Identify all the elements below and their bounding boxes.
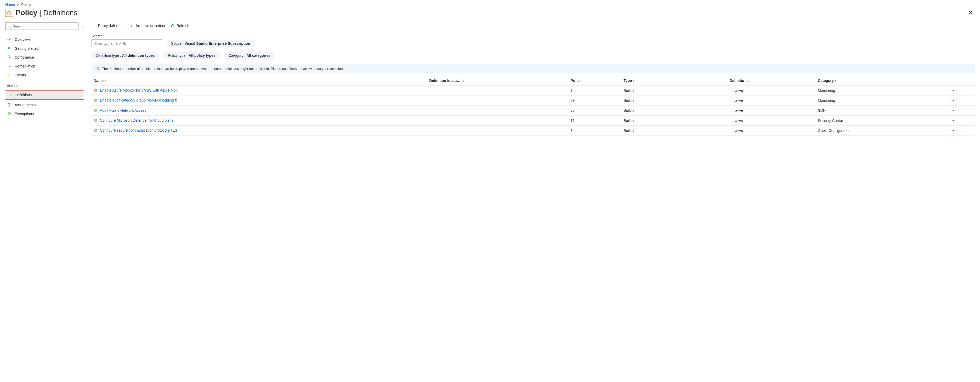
filter-policy-type[interactable]: Policy type : All policy types bbox=[164, 51, 220, 59]
sort-icon: ↑↓ bbox=[579, 79, 583, 83]
col-type[interactable]: Type↑↓ bbox=[621, 76, 727, 86]
policies-count: 35 bbox=[569, 105, 622, 115]
row-more-button[interactable]: ··· bbox=[950, 99, 955, 103]
breadcrumb: Home > Policy bbox=[5, 3, 975, 7]
svg-point-5 bbox=[9, 57, 10, 58]
filter-definition-type[interactable]: Definition type : All definition types bbox=[92, 51, 159, 59]
highlighted-definitions: Definitions bbox=[5, 90, 84, 100]
col-location[interactable]: Definition locati…↑↓ bbox=[427, 76, 568, 86]
policies-count: 3 bbox=[569, 126, 622, 135]
row-more-button[interactable]: ··· bbox=[950, 88, 955, 92]
header-more-icon[interactable]: ⋯ bbox=[80, 10, 86, 16]
table-row: Configure secure communication protocols… bbox=[92, 126, 975, 135]
row-more-button[interactable]: ··· bbox=[950, 129, 955, 133]
sort-icon: ↑↓ bbox=[103, 79, 108, 83]
definition-value: Initiative bbox=[727, 105, 816, 115]
sidebar-item-label: Assignments bbox=[14, 103, 35, 107]
svg-rect-19 bbox=[95, 109, 97, 110]
row-more-button[interactable]: ··· bbox=[950, 119, 955, 123]
sidebar-item-compliance[interactable]: Compliance bbox=[5, 53, 84, 62]
sidebar-item-events[interactable]: Events bbox=[5, 71, 84, 80]
lightning-icon bbox=[7, 73, 11, 78]
type-value: BuiltIn bbox=[621, 115, 727, 125]
svg-rect-7 bbox=[8, 103, 10, 107]
svg-marker-6 bbox=[8, 94, 10, 97]
definition-link[interactable]: Audit Public Network Access bbox=[100, 108, 146, 113]
svg-marker-0 bbox=[8, 11, 11, 15]
main-content: ＋ Policy definition ＋ Initiative definit… bbox=[92, 22, 975, 135]
filter-category[interactable]: Category : All categories bbox=[224, 51, 275, 59]
sidebar-item-overview[interactable]: Overview bbox=[5, 35, 84, 44]
sidebar-collapse-icon[interactable]: « bbox=[81, 24, 84, 29]
policies-count: 69 bbox=[569, 96, 622, 105]
definition-link[interactable]: Configure Microsoft Defender for Cloud p… bbox=[100, 118, 173, 123]
table-row: Configure Microsoft Defender for Cloud p… bbox=[92, 115, 975, 125]
sidebar-item-assignments[interactable]: Assignments bbox=[5, 100, 84, 109]
toolbar: ＋ Policy definition ＋ Initiative definit… bbox=[92, 22, 975, 29]
plus-icon: ＋ bbox=[129, 22, 134, 29]
svg-rect-15 bbox=[95, 89, 97, 90]
row-more-button[interactable]: ··· bbox=[950, 108, 955, 113]
filter-search-input[interactable] bbox=[92, 40, 162, 47]
definition-value: Initiative bbox=[727, 115, 816, 125]
page-header: Policy | Definitions ⋯ ✕ bbox=[5, 8, 975, 17]
col-name[interactable]: Name↑↓ bbox=[92, 76, 427, 86]
svg-point-4 bbox=[9, 39, 10, 40]
col-policies[interactable]: Po…↑↓ bbox=[569, 76, 622, 86]
sidebar: « Overview Getting started Compliance Re… bbox=[5, 22, 84, 118]
initiative-icon bbox=[94, 108, 98, 113]
overview-icon bbox=[7, 37, 11, 42]
svg-line-2 bbox=[10, 27, 11, 28]
definition-link[interactable]: Configure secure communication protocols… bbox=[100, 128, 177, 132]
definition-link[interactable]: Enable audit category group resource log… bbox=[100, 98, 178, 102]
definition-value: Initiative bbox=[727, 86, 816, 96]
definitions-table: Name↑↓ Definition locati…↑↓ Po…↑↓ Type↑↓… bbox=[92, 76, 975, 135]
sidebar-section-authoring: Authoring bbox=[5, 80, 84, 89]
definition-link[interactable]: Enable Azure Monitor for VMSS with Azure… bbox=[100, 88, 178, 92]
sidebar-search-input[interactable] bbox=[13, 24, 76, 28]
svg-rect-21 bbox=[95, 119, 97, 120]
filter-scope[interactable]: Scope : Visual Studio Enterprise Subscri… bbox=[167, 40, 254, 47]
sidebar-item-remediation[interactable]: Remediation bbox=[5, 62, 84, 71]
initiative-icon bbox=[94, 99, 98, 103]
breadcrumb-policy[interactable]: Policy bbox=[21, 3, 31, 7]
sidebar-item-definitions[interactable]: Definitions bbox=[5, 91, 84, 99]
type-value: BuiltIn bbox=[621, 96, 727, 105]
table-row: Enable Azure Monitor for VMSS with Azure… bbox=[92, 86, 975, 96]
category-value: Security Center bbox=[816, 115, 948, 125]
sort-icon: ↑↓ bbox=[834, 79, 838, 83]
sort-icon: ↑↓ bbox=[748, 79, 752, 83]
sidebar-item-label: Getting started bbox=[14, 46, 39, 51]
info-icon bbox=[95, 67, 99, 71]
type-value: BuiltIn bbox=[621, 86, 727, 96]
type-value: BuiltIn bbox=[621, 126, 727, 135]
search-label: Search bbox=[92, 34, 975, 38]
search-icon bbox=[8, 24, 11, 28]
col-definition[interactable]: Definitio…↑↓ bbox=[727, 76, 816, 86]
category-value: Guest Configuration bbox=[816, 126, 948, 135]
info-text: The maximum number of definitions that c… bbox=[102, 67, 344, 71]
hexagon-icon bbox=[7, 92, 11, 97]
initiative-icon bbox=[94, 88, 98, 92]
sidebar-item-getting-started[interactable]: Getting started bbox=[5, 44, 84, 53]
exemptions-icon bbox=[7, 111, 11, 116]
definition-value: Initiative bbox=[727, 126, 816, 135]
refresh-button[interactable]: Refresh bbox=[171, 24, 189, 28]
close-button[interactable]: ✕ bbox=[966, 8, 975, 17]
chart-icon bbox=[7, 64, 11, 68]
breadcrumb-home[interactable]: Home bbox=[5, 3, 15, 7]
sidebar-search[interactable] bbox=[5, 22, 78, 30]
table-row: Enable audit category group resource log… bbox=[92, 96, 975, 105]
category-value: Monitoring bbox=[816, 86, 948, 96]
plus-icon: ＋ bbox=[92, 22, 96, 29]
sidebar-item-exemptions[interactable]: Exemptions bbox=[5, 109, 84, 118]
svg-rect-23 bbox=[95, 129, 97, 130]
add-initiative-definition-button[interactable]: ＋ Initiative definition bbox=[129, 22, 165, 29]
policy-hexagon-icon bbox=[5, 9, 13, 17]
col-category[interactable]: Category↑↓ bbox=[816, 76, 948, 86]
svg-point-13 bbox=[97, 67, 97, 68]
type-value: BuiltIn bbox=[621, 105, 727, 115]
flag-icon bbox=[7, 46, 11, 51]
svg-line-10 bbox=[8, 113, 10, 115]
add-policy-definition-button[interactable]: ＋ Policy definition bbox=[92, 22, 123, 29]
